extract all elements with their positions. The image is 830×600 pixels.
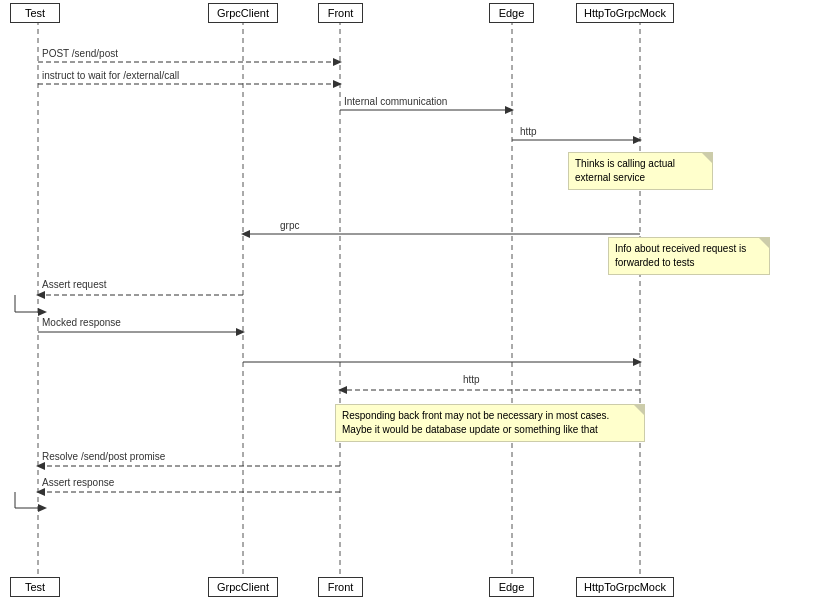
lifeline-grpcclient-top: GrpcClient	[208, 3, 278, 23]
lifeline-test-bottom: Test	[10, 577, 60, 597]
lifeline-front-bottom: Front	[318, 577, 363, 597]
svg-marker-9	[333, 80, 342, 88]
lifeline-httptogrcpmock-top: HttpToGrpcMock	[576, 3, 674, 23]
note-info-forwarded: Info about received request is forwarded…	[608, 237, 770, 275]
svg-marker-15	[633, 136, 642, 144]
svg-marker-25	[38, 308, 47, 316]
svg-text:Assert response: Assert response	[42, 477, 115, 488]
svg-text:Resolve /send/post promise: Resolve /send/post promise	[42, 451, 166, 462]
svg-marker-18	[241, 230, 250, 238]
lifeline-edge-top: Edge	[489, 3, 534, 23]
lifeline-edge-bottom: Edge	[489, 577, 534, 597]
lifeline-httptogrcpmock-bottom: HttpToGrpcMock	[576, 577, 674, 597]
svg-marker-38	[36, 488, 45, 496]
svg-text:Assert request: Assert request	[42, 279, 107, 290]
svg-text:http: http	[520, 126, 537, 137]
svg-marker-42	[38, 504, 47, 512]
note-thinks-external: Thinks is calling actual external servic…	[568, 152, 713, 190]
lifeline-front-top: Front	[318, 3, 363, 23]
arrows-svg: POST /send/post instruct to wait for /ex…	[0, 0, 830, 600]
svg-marker-35	[36, 462, 45, 470]
svg-text:grpc: grpc	[280, 220, 299, 231]
sequence-diagram: POST /send/post instruct to wait for /ex…	[0, 0, 830, 600]
svg-marker-6	[333, 58, 342, 66]
lifeline-grpcclient-bottom: GrpcClient	[208, 577, 278, 597]
svg-marker-30	[633, 358, 642, 366]
svg-marker-32	[338, 386, 347, 394]
svg-marker-12	[505, 106, 514, 114]
svg-marker-21	[36, 291, 45, 299]
svg-text:Mocked response: Mocked response	[42, 317, 121, 328]
note-responding-back: Responding back front may not be necessa…	[335, 404, 645, 442]
lifeline-test-top: Test	[10, 3, 60, 23]
svg-text:http: http	[463, 374, 480, 385]
svg-marker-27	[236, 328, 245, 336]
svg-text:instruct to wait for /external: instruct to wait for /external/call	[42, 70, 179, 81]
svg-text:Internal communication: Internal communication	[344, 96, 447, 107]
svg-text:POST /send/post: POST /send/post	[42, 48, 118, 59]
